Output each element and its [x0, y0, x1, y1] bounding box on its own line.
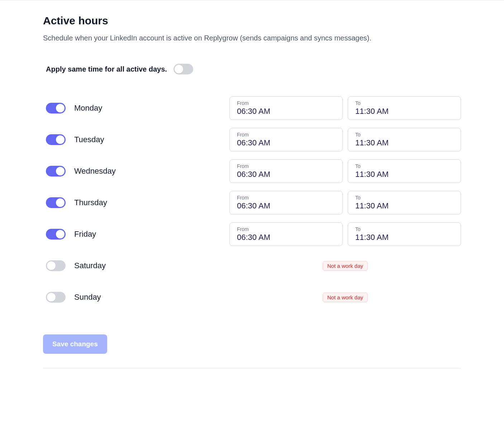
day-name: Tuesday	[74, 135, 104, 144]
day-toggle[interactable]	[46, 229, 66, 240]
save-button[interactable]: Save changes	[43, 334, 107, 354]
to-time-input[interactable]: To11:30 AM	[348, 96, 461, 120]
section-title: Active hours	[43, 15, 461, 27]
toggle-knob	[56, 230, 65, 238]
not-work-day-badge: Not a work day	[323, 293, 368, 302]
from-value: 06:30 AM	[237, 138, 335, 148]
day-left: Sunday	[43, 292, 229, 303]
day-name: Saturday	[74, 261, 106, 270]
toggle-knob	[175, 65, 183, 73]
to-time-input[interactable]: To11:30 AM	[348, 159, 461, 183]
to-value: 11:30 AM	[355, 107, 453, 116]
day-name: Friday	[74, 230, 96, 239]
day-name: Wednesday	[74, 167, 116, 176]
day-left: Thursday	[43, 197, 229, 208]
day-right: From06:30 AMTo11:30 AM	[229, 191, 461, 214]
from-label: From	[237, 226, 335, 232]
toggle-knob	[47, 293, 56, 301]
day-left: Tuesday	[43, 134, 229, 145]
from-time-input[interactable]: From06:30 AM	[229, 128, 343, 151]
from-value: 06:30 AM	[237, 107, 335, 116]
day-row: WednesdayFrom06:30 AMTo11:30 AM	[43, 155, 461, 187]
day-toggle[interactable]	[46, 260, 66, 271]
day-left: Wednesday	[43, 166, 229, 177]
from-value: 06:30 AM	[237, 170, 335, 179]
day-row: ThursdayFrom06:30 AMTo11:30 AM	[43, 187, 461, 218]
from-label: From	[237, 195, 335, 201]
apply-same-label: Apply same time for all active days.	[46, 65, 167, 73]
day-right: From06:30 AMTo11:30 AM	[229, 222, 461, 246]
to-label: To	[355, 100, 453, 106]
apply-same-row: Apply same time for all active days.	[43, 64, 461, 74]
day-name: Thursday	[74, 198, 107, 207]
section-description: Schedule when your LinkedIn account is a…	[43, 34, 461, 42]
day-right: From06:30 AMTo11:30 AM	[229, 96, 461, 120]
day-row: SaturdayNot a work day	[43, 250, 461, 281]
day-toggle[interactable]	[46, 197, 66, 208]
toggle-knob	[56, 104, 65, 112]
footer: Save changes	[43, 334, 461, 368]
day-left: Saturday	[43, 260, 229, 271]
to-label: To	[355, 132, 453, 138]
day-toggle[interactable]	[46, 166, 66, 177]
not-work-day-badge: Not a work day	[323, 261, 368, 271]
from-time-input[interactable]: From06:30 AM	[229, 191, 343, 214]
day-toggle[interactable]	[46, 292, 66, 303]
day-left: Friday	[43, 229, 229, 240]
day-row: TuesdayFrom06:30 AMTo11:30 AM	[43, 124, 461, 155]
from-label: From	[237, 100, 335, 106]
to-value: 11:30 AM	[355, 233, 453, 242]
to-label: To	[355, 163, 453, 169]
day-name: Sunday	[74, 293, 101, 302]
toggle-knob	[56, 198, 65, 207]
from-label: From	[237, 163, 335, 169]
day-right: From06:30 AMTo11:30 AM	[229, 128, 461, 151]
to-time-input[interactable]: To11:30 AM	[348, 191, 461, 214]
day-right: Not a work day	[229, 261, 461, 271]
day-toggle[interactable]	[46, 134, 66, 145]
to-time-input[interactable]: To11:30 AM	[348, 128, 461, 151]
to-label: To	[355, 226, 453, 232]
toggle-knob	[56, 167, 65, 175]
days-list: MondayFrom06:30 AMTo11:30 AMTuesdayFrom0…	[43, 92, 461, 313]
from-time-input[interactable]: From06:30 AM	[229, 96, 343, 120]
apply-same-toggle[interactable]	[173, 64, 193, 74]
toggle-knob	[47, 261, 56, 270]
day-row: FridayFrom06:30 AMTo11:30 AM	[43, 218, 461, 250]
from-time-input[interactable]: From06:30 AM	[229, 222, 343, 246]
day-row: MondayFrom06:30 AMTo11:30 AM	[43, 92, 461, 124]
from-label: From	[237, 132, 335, 138]
day-right: Not a work day	[229, 293, 461, 302]
day-right: From06:30 AMTo11:30 AM	[229, 159, 461, 183]
from-value: 06:30 AM	[237, 233, 335, 242]
to-value: 11:30 AM	[355, 201, 453, 211]
day-toggle[interactable]	[46, 103, 66, 114]
day-name: Monday	[74, 103, 102, 113]
toggle-knob	[56, 135, 65, 144]
to-label: To	[355, 195, 453, 201]
to-time-input[interactable]: To11:30 AM	[348, 222, 461, 246]
day-left: Monday	[43, 103, 229, 114]
to-value: 11:30 AM	[355, 170, 453, 179]
day-row: SundayNot a work day	[43, 281, 461, 313]
to-value: 11:30 AM	[355, 138, 453, 148]
from-value: 06:30 AM	[237, 201, 335, 211]
from-time-input[interactable]: From06:30 AM	[229, 159, 343, 183]
